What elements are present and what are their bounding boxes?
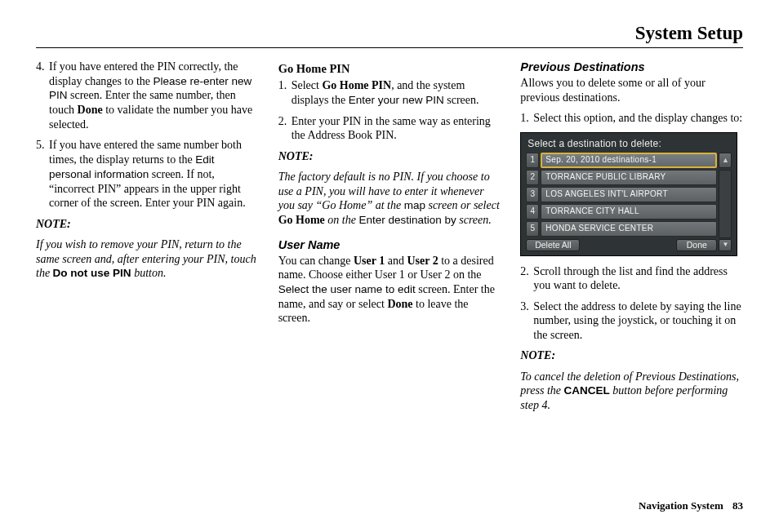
list-text: Scroll through the list and find the add…	[533, 264, 743, 293]
col3-item-3: 3. Select the address to delete by sayin…	[520, 299, 743, 343]
note-label: NOTE:	[520, 348, 743, 363]
column-1: 4. If you have entered the PIN correctly…	[36, 60, 259, 419]
col3-note: To cancel the deletion of Previous Desti…	[520, 370, 743, 413]
scroll-track	[719, 170, 732, 238]
screen-header: Select a destination to delete:	[526, 137, 732, 153]
col1-list: 4. If you have entered the PIN correctly…	[36, 60, 259, 211]
col2-item-1: 1. Select Go Home PIN, and the system di…	[278, 78, 501, 107]
col3-intro: Allows you to delete some or all of your…	[520, 76, 743, 104]
delete-all-button: Delete All	[526, 239, 580, 251]
device-screenshot: Select a destination to delete: 1Sep. 20…	[520, 132, 737, 256]
destination-row: 5HONDA SERVICE CENTER	[526, 221, 717, 237]
footer-page-number: 83	[732, 499, 743, 512]
col1-item-5: 5. If you have entered the same number b…	[36, 138, 259, 210]
list-number: 3.	[520, 299, 533, 343]
list-text: If you have entered the same number both…	[49, 138, 259, 210]
page-title: System Setup	[36, 23, 743, 44]
list-number: 2.	[520, 264, 533, 293]
destination-row-number: 3	[526, 187, 539, 202]
heading-previous-destinations: Previous Destinations	[520, 60, 743, 74]
destination-row: 3LOS ANGELES INT'L AIRPORT	[526, 187, 717, 202]
list-number: 1.	[520, 111, 533, 126]
scroll-up-icon: ▲	[719, 153, 732, 168]
scrollbar: ▲	[719, 153, 732, 238]
footer-label: Navigation System	[639, 499, 723, 512]
list-text: Select the address to delete by saying t…	[533, 299, 743, 343]
list-text: Select Go Home PIN, and the system displ…	[292, 78, 501, 107]
list-number: 5.	[36, 138, 49, 210]
destination-row-label: HONDA SERVICE CENTER	[541, 221, 717, 237]
scroll-down-icon: ▼	[719, 239, 732, 251]
heading-go-home-pin: Go Home PIN	[278, 61, 501, 76]
title-rule	[36, 47, 743, 48]
destination-row-label: TORRANCE PUBLIC LIBRARY	[541, 170, 717, 185]
col2-user-name-text: You can change User 1 and User 2 to a de…	[278, 254, 501, 326]
destination-row-label: TORRANCE CITY HALL	[541, 204, 717, 219]
column-3: Previous Destinations Allows you to dele…	[520, 60, 743, 419]
heading-user-name: User Name	[278, 237, 501, 252]
done-button: Done	[676, 239, 717, 251]
list-number: 2.	[278, 114, 292, 143]
destination-row-label: Sep. 20, 2010 destinations-1	[541, 153, 717, 168]
list-text: If you have entered the PIN correctly, t…	[49, 60, 259, 131]
list-number: 4.	[36, 60, 49, 131]
page-footer: Navigation System 83	[639, 499, 743, 512]
destination-row-number: 2	[526, 170, 539, 185]
destination-row: 2TORRANCE PUBLIC LIBRARY	[526, 170, 717, 185]
col3-item-1: 1. Select this option, and the display c…	[520, 111, 743, 126]
col2-list1: 1. Select Go Home PIN, and the system di…	[278, 78, 501, 142]
destination-row: 1Sep. 20, 2010 destinations-1	[526, 153, 717, 168]
destination-row: 4TORRANCE CITY HALL	[526, 204, 717, 219]
destination-row-number: 4	[526, 204, 539, 219]
destination-list: 1Sep. 20, 2010 destinations-12TORRANCE P…	[526, 153, 717, 238]
col1-note: If you wish to remove your PIN, return t…	[36, 237, 259, 281]
list-text: Select this option, and the display chan…	[533, 111, 743, 126]
scroll-down-group: ▼	[719, 239, 732, 251]
list-number: 1.	[278, 78, 292, 107]
destination-row-label: LOS ANGELES INT'L AIRPORT	[541, 187, 717, 202]
content-columns: 4. If you have entered the PIN correctly…	[36, 60, 743, 419]
list-text: Enter your PIN in the same way as enteri…	[292, 114, 501, 143]
col3-list2: 2. Scroll through the list and find the …	[520, 264, 743, 343]
col3-list1: 1. Select this option, and the display c…	[520, 111, 743, 126]
note-label: NOTE:	[278, 149, 501, 164]
col2-note: The factory default is no PIN. If you ch…	[278, 170, 501, 228]
destination-row-number: 5	[526, 221, 539, 237]
col2-item-2: 2. Enter your PIN in the same way as ent…	[278, 114, 501, 143]
note-label: NOTE:	[36, 217, 259, 232]
destination-row-number: 1	[526, 153, 539, 168]
col3-item-2: 2. Scroll through the list and find the …	[520, 264, 743, 293]
column-2: Go Home PIN 1. Select Go Home PIN, and t…	[278, 60, 501, 419]
col1-item-4: 4. If you have entered the PIN correctly…	[36, 60, 259, 131]
